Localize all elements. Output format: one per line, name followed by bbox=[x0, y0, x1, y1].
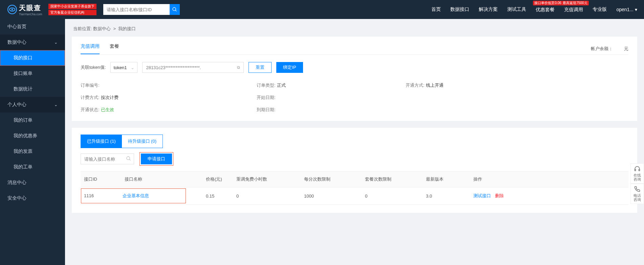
eye-icon bbox=[7, 4, 18, 15]
float-helper: 在线咨询 电话咨询 bbox=[630, 163, 644, 204]
table-header-row: 接口ID 接口名称 价格(元) 重调免费小时数 每分次数限制 套餐次数限制 最新… bbox=[81, 171, 628, 187]
delete-api-link[interactable]: 删除 bbox=[495, 193, 504, 198]
col-name: 接口名称 bbox=[121, 171, 202, 187]
logo[interactable]: 天眼查 TianYanCha.com bbox=[7, 3, 42, 16]
token-select[interactable]: token1 ⌄ bbox=[110, 62, 137, 73]
order-type: 正式 bbox=[277, 83, 286, 88]
tab-pending[interactable]: 待升级接口 (0) bbox=[122, 135, 163, 148]
api-name-link[interactable]: 企业基本信息 bbox=[123, 193, 149, 199]
headset-icon bbox=[634, 166, 640, 172]
nav-user[interactable]: open1... ▾ bbox=[616, 7, 637, 12]
logo-area: 天眼查 TianYanCha.com 国家中小企业发展子基金旗下 官方备案企业征… bbox=[7, 3, 96, 16]
phone-icon bbox=[634, 186, 640, 192]
sidebar-item-my-api[interactable]: 我的接口 bbox=[0, 50, 65, 66]
svg-point-2 bbox=[12, 9, 13, 11]
col-price: 价格(元) bbox=[202, 171, 233, 187]
sidebar: 中心首页 数据中心⌄ 我的接口 接口账单 数据统计 个人中心⌄ 我的订单 我的优… bbox=[0, 19, 65, 265]
nav-pro[interactable]: 专业版 bbox=[593, 6, 607, 13]
sidebar-item-home[interactable]: 中心首页 bbox=[0, 19, 65, 35]
chevron-down-icon: ⌄ bbox=[131, 65, 134, 70]
nav-test[interactable]: 测试工具 bbox=[507, 6, 526, 13]
sidebar-item-invoice[interactable]: 我的发票 bbox=[0, 144, 65, 159]
order-info: 订单编号: 订单类型:正式 开通方式:线上开通 计费方式:按次计费 开始日期: … bbox=[81, 82, 628, 113]
svg-point-5 bbox=[127, 157, 130, 160]
breadcrumb: 当前位置: 数据中心 > 我的接口 bbox=[72, 19, 637, 37]
tab-package[interactable]: 套餐 bbox=[110, 43, 119, 54]
svg-rect-7 bbox=[635, 169, 636, 171]
panel-tabs: 充值调用 套餐 bbox=[81, 43, 119, 54]
tab-upgraded[interactable]: 已升级接口 (1) bbox=[81, 135, 122, 148]
badge-credit: 官方备案企业征信机构 bbox=[48, 10, 96, 15]
col-action: 操作 bbox=[470, 171, 628, 187]
breadcrumb-current: 我的接口 bbox=[118, 26, 136, 31]
nav-discount-badge: 接口单价低至0.06元 bbox=[533, 1, 566, 5]
reset-button[interactable]: 重置 bbox=[249, 62, 272, 73]
badge-fund: 国家中小企业发展子基金旗下 bbox=[48, 4, 96, 9]
svg-line-6 bbox=[129, 159, 130, 160]
svg-line-4 bbox=[175, 10, 176, 11]
nav-recharge[interactable]: 最高返现7500元 充值调用 bbox=[564, 6, 583, 13]
nav-home[interactable]: 首页 bbox=[431, 6, 441, 13]
sidebar-group-data[interactable]: 数据中心⌄ bbox=[0, 35, 65, 50]
nav-discount[interactable]: 接口单价低至0.06元 优惠套餐 bbox=[536, 6, 555, 13]
api-actions: 测试接口 删除 bbox=[470, 187, 628, 205]
sidebar-item-messages[interactable]: 消息中心 bbox=[0, 175, 65, 190]
col-pkg-limit: 套餐次数限制 bbox=[362, 171, 423, 187]
sidebar-item-tickets[interactable]: 我的工单 bbox=[0, 159, 65, 175]
api-search-wrap bbox=[81, 154, 134, 164]
api-price: 0.15 bbox=[202, 187, 233, 205]
open-mode: 线上开通 bbox=[426, 83, 444, 88]
test-api-link[interactable]: 测试接口 bbox=[473, 193, 491, 198]
sidebar-item-bills[interactable]: 接口账单 bbox=[0, 66, 65, 81]
sidebar-group-personal[interactable]: 个人中心⌄ bbox=[0, 97, 65, 113]
api-free-hours: 0 bbox=[233, 187, 301, 205]
col-free-hours: 重调免费小时数 bbox=[233, 171, 301, 187]
header-badges: 国家中小企业发展子基金旗下 官方备案企业征信机构 bbox=[48, 4, 96, 15]
account-balance: 帐户余额： 元 bbox=[591, 46, 628, 52]
nav-api[interactable]: 数据接口 bbox=[450, 6, 469, 13]
chevron-down-icon: ⌄ bbox=[54, 40, 58, 45]
api-id: 1116 bbox=[84, 193, 121, 198]
upgrade-tabs: 已升级接口 (1) 待升级接口 (0) bbox=[81, 135, 163, 148]
phone-button[interactable]: 电话咨询 bbox=[630, 184, 644, 204]
chevron-down-icon: ⌄ bbox=[54, 102, 58, 107]
api-list-panel: 已升级接口 (1) 待升级接口 (0) 申请接口 接口ID bbox=[72, 128, 637, 213]
col-id: 接口ID bbox=[81, 171, 121, 187]
top-nav: 首页 数据接口 解决方案 测试工具 接口单价低至0.06元 优惠套餐 最高返现7… bbox=[431, 6, 637, 13]
token-label: 关联token值: bbox=[81, 64, 106, 70]
apply-highlight: 申请接口 bbox=[141, 154, 172, 164]
search-input[interactable] bbox=[103, 4, 170, 15]
header-search bbox=[103, 4, 180, 15]
token-panel: 充值调用 套餐 帐户余额： 元 关联token值: token1 ⌄ 28131… bbox=[72, 37, 637, 121]
apply-api-button[interactable]: 申请接口 bbox=[141, 154, 172, 164]
api-pkg-limit: 0 bbox=[362, 187, 423, 205]
sidebar-item-coupons[interactable]: 我的优惠券 bbox=[0, 128, 65, 144]
svg-rect-8 bbox=[639, 169, 640, 171]
api-version: 3.0 bbox=[423, 187, 470, 205]
token-controls: 关联token值: token1 ⌄ 28131c23*************… bbox=[81, 62, 628, 73]
user-name: open1... bbox=[616, 7, 634, 12]
online-chat-button[interactable]: 在线咨询 bbox=[630, 163, 644, 184]
logo-text-en: TianYanCha.com bbox=[19, 13, 42, 16]
svg-point-3 bbox=[173, 7, 176, 11]
search-icon bbox=[172, 7, 177, 12]
open-status: 已生效 bbox=[101, 107, 114, 112]
sidebar-item-stats[interactable]: 数据统计 bbox=[0, 81, 65, 97]
search-button[interactable] bbox=[170, 4, 180, 15]
breadcrumb-data-center[interactable]: 数据中心 bbox=[93, 26, 111, 31]
col-version: 最新版本 bbox=[423, 171, 470, 187]
logo-text-cn: 天眼查 bbox=[19, 3, 42, 13]
token-value: 28131c23********************. bbox=[146, 65, 201, 70]
sidebar-item-security[interactable]: 安全中心 bbox=[0, 190, 65, 206]
api-table: 接口ID 接口名称 价格(元) 重调免费小时数 每分次数限制 套餐次数限制 最新… bbox=[81, 171, 628, 205]
search-icon[interactable] bbox=[126, 156, 131, 162]
bill-mode: 按次计费 bbox=[101, 95, 119, 100]
nav-solution[interactable]: 解决方案 bbox=[479, 6, 498, 13]
bind-ip-button[interactable]: 绑定IP bbox=[276, 62, 303, 73]
nav-cashback-badge: 最高返现7500元 bbox=[561, 1, 588, 5]
sidebar-item-orders[interactable]: 我的订单 bbox=[0, 113, 65, 128]
token-value-field: 28131c23********************. ⧉ bbox=[142, 62, 244, 73]
app-header: 天眼查 TianYanCha.com 国家中小企业发展子基金旗下 官方备案企业征… bbox=[0, 0, 644, 19]
tab-recharge[interactable]: 充值调用 bbox=[81, 43, 100, 54]
copy-icon[interactable]: ⧉ bbox=[237, 65, 240, 70]
